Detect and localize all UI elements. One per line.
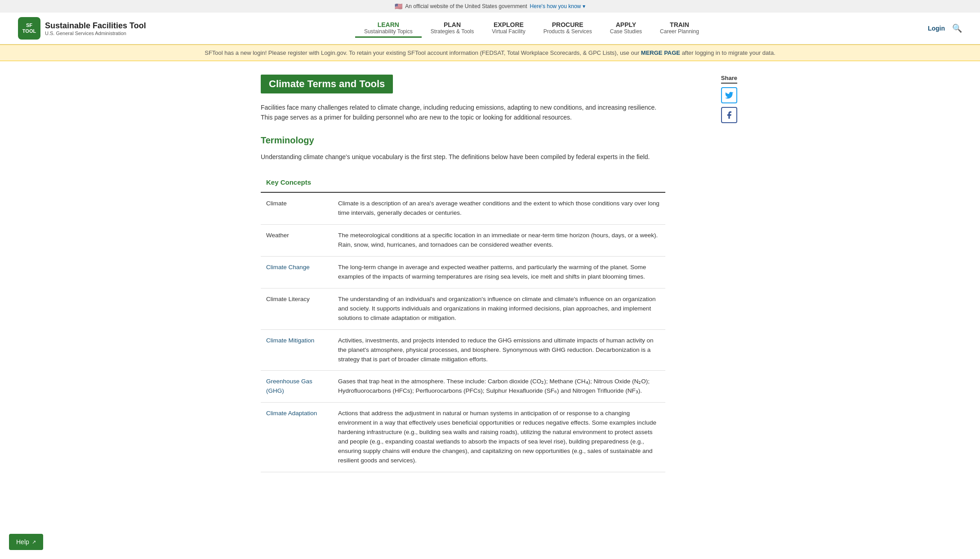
table-row: Climate LiteracyThe understanding of an … xyxy=(261,288,665,329)
alert-banner: SFTool has a new login! Please register … xyxy=(0,44,980,61)
alert-text-after: after logging in to migrate your data. xyxy=(680,49,775,56)
page-title: Climate Terms and Tools xyxy=(261,75,393,93)
nav-explore-label: EXPLORE xyxy=(494,21,524,28)
definition-cell: Gases that trap heat in the atmosphere. … xyxy=(333,371,665,403)
nav-item-plan[interactable]: PLAN Strategies & Tools xyxy=(422,19,483,36)
table-row: Climate ChangeThe long-term change in av… xyxy=(261,257,665,288)
definition-cell: Activities, investments, and projects in… xyxy=(333,329,665,371)
table-row: Greenhouse Gas (GHG)Gases that trap heat… xyxy=(261,371,665,403)
nav-plan-sub: Strategies & Tools xyxy=(431,28,474,35)
term-cell[interactable]: Greenhouse Gas (GHG) xyxy=(261,371,333,403)
heres-how-you-know-link[interactable]: Here's how you know ▾ xyxy=(530,3,585,9)
table-row: Climate MitigationActivities, investment… xyxy=(261,329,665,371)
search-button[interactable]: 🔍 xyxy=(952,23,962,33)
site-name: Sustainable Facilities Tool xyxy=(45,21,146,31)
gov-banner-text: An official website of the United States… xyxy=(405,3,527,9)
concepts-table: Key Concepts ClimateClimate is a descrip… xyxy=(261,173,665,472)
logo-text: Sustainable Facilities Tool U.S. General… xyxy=(45,21,146,36)
terminology-intro: Understanding climate change's unique vo… xyxy=(261,152,665,162)
sftool-logo-icon: SFTOOL xyxy=(18,17,40,40)
nav-plan-label: PLAN xyxy=(444,21,461,28)
nav-train-sub: Career Planning xyxy=(660,28,699,35)
section-title: Terminology xyxy=(261,135,719,146)
main-nav: LEARN Sustainability Topics PLAN Strateg… xyxy=(146,19,917,38)
table-row: WeatherThe meteorological conditions at … xyxy=(261,225,665,257)
logo-area: SFTOOL Sustainable Facilities Tool U.S. … xyxy=(18,17,146,40)
gov-banner: 🇺🇸 An official website of the United Sta… xyxy=(0,0,980,13)
share-label: Share xyxy=(721,75,737,84)
nav-train-label: TRAIN xyxy=(670,21,689,28)
nav-item-train[interactable]: TRAIN Career Planning xyxy=(651,19,708,36)
intro-text: Facilities face many challenges related … xyxy=(261,102,665,123)
share-sidebar: Share xyxy=(721,75,737,123)
term-cell: Weather xyxy=(261,225,333,257)
nav-apply-label: APPLY xyxy=(616,21,636,28)
nav-item-learn[interactable]: LEARN Sustainability Topics xyxy=(355,19,422,38)
term-cell: Climate Literacy xyxy=(261,288,333,329)
nav-learn-sub: Sustainability Topics xyxy=(364,28,413,35)
nav-item-procure[interactable]: PROCURE Products & Services xyxy=(535,19,601,36)
definition-cell: Climate is a description of an area's av… xyxy=(333,192,665,224)
term-cell[interactable]: Climate Adaptation xyxy=(261,403,333,472)
nav-procure-sub: Products & Services xyxy=(543,28,592,35)
nav-explore-sub: Virtual Facility xyxy=(492,28,525,35)
site-sub: U.S. General Services Administration xyxy=(45,31,146,36)
definition-cell: The meteorological conditions at a speci… xyxy=(333,225,665,257)
term-cell: Climate xyxy=(261,192,333,224)
table-header: Key Concepts xyxy=(261,173,665,192)
merge-page-link[interactable]: MERGE PAGE xyxy=(641,49,680,56)
table-row: Climate AdaptationActions that address t… xyxy=(261,403,665,472)
login-link[interactable]: Login xyxy=(928,25,945,32)
nav-apply-sub: Case Studies xyxy=(610,28,642,35)
definition-cell: Actions that address the adjustment in n… xyxy=(333,403,665,472)
nav-procure-label: PROCURE xyxy=(552,21,584,28)
main-content: Share Climate Terms and Tools Facilities… xyxy=(243,75,737,472)
definition-cell: The understanding of an individual's and… xyxy=(333,288,665,329)
header: SFTOOL Sustainable Facilities Tool U.S. … xyxy=(0,13,980,44)
nav-item-apply[interactable]: APPLY Case Studies xyxy=(601,19,651,36)
nav-item-explore[interactable]: EXPLORE Virtual Facility xyxy=(483,19,534,36)
us-flag-icon: 🇺🇸 xyxy=(395,3,402,10)
nav-learn-label: LEARN xyxy=(378,21,399,28)
definition-cell: The long-term change in average and expe… xyxy=(333,257,665,288)
alert-text-before: SFTool has a new login! Please register … xyxy=(205,49,641,56)
header-right: Login 🔍 xyxy=(917,23,962,33)
term-cell[interactable]: Climate Mitigation xyxy=(261,329,333,371)
twitter-share-button[interactable] xyxy=(721,87,737,103)
facebook-share-button[interactable] xyxy=(721,107,737,123)
table-row: ClimateClimate is a description of an ar… xyxy=(261,192,665,224)
term-cell[interactable]: Climate Change xyxy=(261,257,333,288)
